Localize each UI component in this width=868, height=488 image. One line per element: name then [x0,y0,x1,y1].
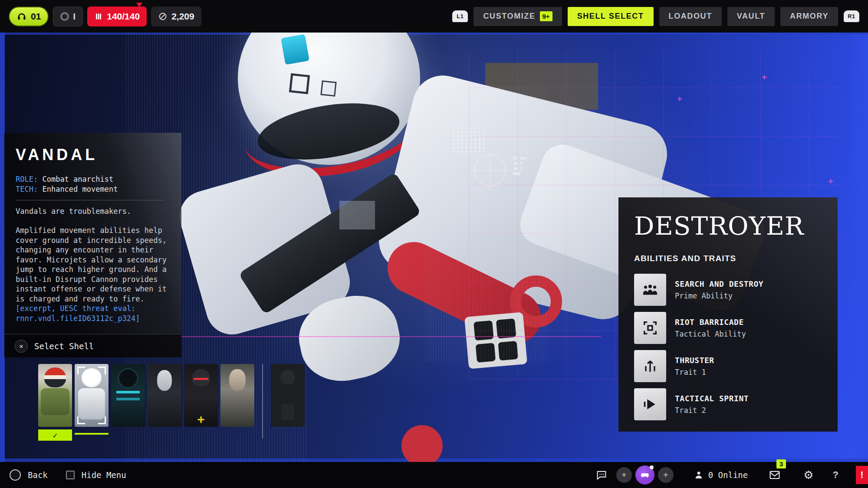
role-label: ROLE: [16,175,38,183]
ability-type: Prime Ability [675,291,763,300]
tab-armory-label: ARMORY [790,12,829,21]
scene-edge [847,33,868,462]
role-value: Combat anarchist [42,175,113,183]
crowd-icon [634,274,666,306]
person-icon [694,470,704,480]
tab-customize[interactable]: CUSTOMIZE 9+ [473,7,562,26]
customize-count-badge: 9+ [540,11,552,21]
equipped-check-badge: ✓ [38,429,72,441]
tech-label: TECH: [16,185,38,193]
hud-readout: 01 Set ID-P SW C MOD [513,156,527,177]
shell-thumbnail-locked[interactable] [271,364,305,427]
hide-menu-label: Hide Menu [82,470,126,480]
chat-button[interactable] [595,469,608,481]
ammo-count: 140/140 [107,11,140,22]
ability-text: THRUSTER Trait 1 [675,356,714,377]
currency-badge[interactable]: 2,209 [151,7,201,26]
shell-name-title: VANDAL [16,146,170,164]
shell-thumbnail[interactable] [111,364,145,427]
tab-customize-label: CUSTOMIZE [483,12,535,21]
ability-name: RIOT BARRICADE [675,318,746,327]
mail-count-badge: 3 [776,459,786,468]
circle-button-icon [10,469,21,481]
tab-loadout[interactable]: LOADOUT [659,7,722,26]
online-count-label: 0 Online [708,470,748,480]
ability-text: TACTICAL SPRINT Trait 2 [675,394,749,415]
tab-vault-label: VAULT [737,12,765,21]
ability-type: Trait 2 [675,406,749,415]
shell-tagline: Vandals are troublemakers. [16,207,170,216]
chat-icon [595,469,608,481]
bottom-bar: Back Hide Menu + + [0,462,868,488]
ability-text: SEARCH AND DESTROY Prime Ability [675,279,763,300]
shell-description: Amplified movement abilities help cover … [16,226,170,304]
selection-bracket [77,367,85,374]
magazine-icon [94,12,103,21]
selection-bracket [77,416,85,424]
ability-name: TACTICAL SPRINT [675,394,749,403]
plus-icon: + [663,470,668,480]
ability-type: Tactical Ability [675,330,746,338]
shell-slot-1: ✓ [38,364,72,441]
shell-info-panel: VANDAL ROLE: Combat anarchist TECH: Enha… [4,133,181,357]
port-badge[interactable]: I [53,7,83,26]
shell-slot-7 [271,364,305,427]
port-number: I [73,11,76,22]
ability-row[interactable]: TACTICAL SPRINT Trait 2 [634,388,822,420]
add-party-slot-button[interactable]: + [616,467,632,483]
bottom-bar-right: + + 0 Online [595,465,838,485]
shell-select-screen: 01 I 140/140 2,209 [0,0,868,488]
shell-slot-5: + [184,364,218,427]
tab-vault[interactable]: VAULT [727,7,775,26]
ability-text: RIOT BARRICADE Tactical Ability [675,318,746,338]
select-shell-action[interactable]: ✕ Select Shell [4,334,181,357]
help-button[interactable]: ? [833,469,838,481]
ability-row[interactable]: RIOT BARRICADE Tactical Ability [634,312,822,344]
ammo-badge[interactable]: 140/140 [87,7,147,26]
ring-icon [60,12,69,21]
tab-shell-select-label: SHELL SELECT [577,12,644,21]
ability-row[interactable]: THRUSTER Trait 1 [634,350,822,382]
shell-class-title: DESTROYER [634,211,822,241]
shell-thumbnail-purchasable[interactable]: + [184,364,218,427]
bottom-bar-left: Back Hide Menu [10,469,126,481]
plus-icon: + [621,470,627,480]
shell-thumbnail[interactable] [148,364,181,427]
panel-divider [16,200,164,200]
hud-readout-line: 01 Set [513,156,527,161]
coin-icon [158,12,168,21]
shell-thumbnail[interactable] [220,364,254,427]
tech-row: TECH: Enhanced movement [16,184,170,194]
select-shell-label: Select Shell [34,341,94,351]
online-status[interactable]: 0 Online [694,470,748,480]
social-hub-button[interactable] [635,465,654,485]
shell-thumbnail-equipped[interactable] [38,364,72,427]
tab-armory[interactable]: ARMORY [780,7,838,26]
tab-shell-select[interactable]: SHELL SELECT [568,7,654,26]
abilities-heading: ABILITIES AND TRAITS [634,254,822,263]
shell-slot-4 [148,364,181,427]
gamepad-icon [640,470,650,480]
ability-row[interactable]: SEARCH AND DESTROY Prime Ability [634,274,822,306]
back-label[interactable]: Back [28,470,48,480]
mail-icon [769,469,781,481]
ability-name: SEARCH AND DESTROY [675,279,763,288]
shell-slot-3 [111,364,145,427]
selection-bracket [98,416,106,424]
grid-cross-mark: + [762,72,767,82]
alert-notification-tab[interactable]: ! [856,466,868,484]
shell-thumbnail-viewing[interactable] [75,364,108,427]
gear-icon: ⚙ [803,468,813,481]
mail-button[interactable]: 3 [769,469,781,481]
helmet-decal [281,34,309,65]
settings-button[interactable]: ⚙ [803,468,813,481]
hide-menu-checkbox[interactable] [66,471,75,479]
carousel-divider [262,364,263,439]
check-icon: ✓ [53,431,58,440]
glitch-patch [339,201,375,229]
player-number: 01 [31,11,41,22]
l1-shoulder-icon: L1 [452,10,468,22]
add-party-slot-button[interactable]: + [658,467,674,483]
player-badge[interactable]: 01 [9,7,49,26]
r1-shoulder-icon: R1 [844,10,859,22]
